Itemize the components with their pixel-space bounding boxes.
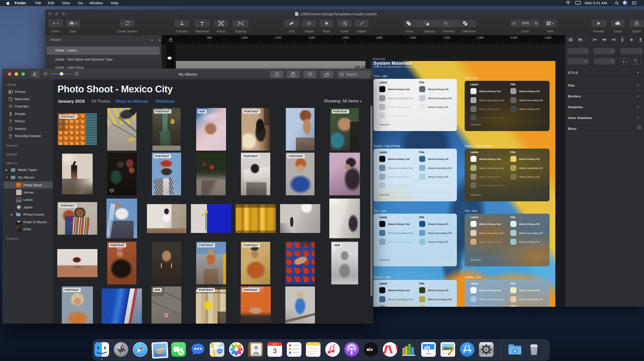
svg-text:i: i xyxy=(277,73,277,76)
